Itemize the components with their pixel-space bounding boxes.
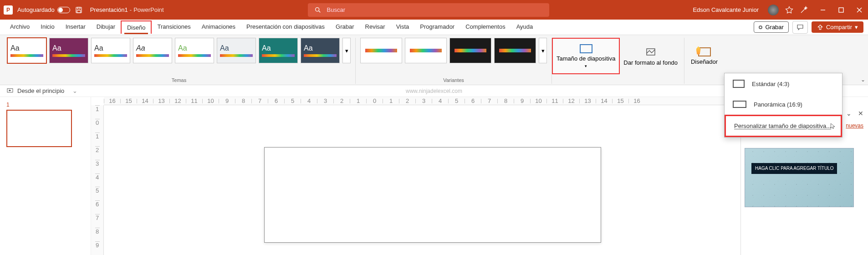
slide-size-button[interactable]: Tamaño de diapositiva ▾ (552, 38, 620, 74)
user-name[interactable]: Edson Cavalcante Junior (693, 6, 759, 13)
svg-rect-1 (77, 7, 80, 9)
record-label: Grabar (765, 24, 783, 31)
doc-name: Presentación1 (90, 6, 128, 13)
svg-line-4 (319, 11, 320, 12)
tab-animaciones[interactable]: Animaciones (196, 20, 241, 34)
slide-size-custom[interactable]: Personalizar tamaño de diapositiva... (725, 115, 842, 137)
variant-2[interactable] (405, 38, 447, 63)
title-right: Edson Cavalcante Junior (693, 5, 864, 15)
tab-archivo[interactable]: Archivo (5, 20, 35, 34)
present-icon[interactable] (6, 87, 14, 95)
tab-diseño[interactable]: Diseño (121, 20, 152, 34)
autosave-label: Autoguardado (17, 6, 55, 13)
maximize-button[interactable] (836, 7, 846, 13)
avatar[interactable] (768, 5, 779, 15)
variants-more-button[interactable]: ▾ (539, 38, 547, 63)
tab-grabar[interactable]: Grabar (330, 20, 359, 34)
chevron-down-icon[interactable]: ⌄ (72, 87, 77, 94)
slide-size-standard[interactable]: Estándar (4:3) (725, 73, 842, 94)
tab-insertar[interactable]: Insertar (60, 20, 91, 34)
title-bar: P Autoguardado Presentación1 - PowerPoin… (0, 0, 868, 20)
variant-4[interactable] (494, 38, 536, 63)
collapse-ribbon-button[interactable]: ⌄ (861, 76, 865, 83)
slide-thumbnail-1[interactable] (6, 110, 72, 147)
slide-size-label: Tamaño de diapositiva (557, 55, 615, 62)
search-input[interactable] (327, 6, 543, 13)
themes-group: Aa Aa Aa Aa Aa Aa Aa Aa ▾ Temas (5, 38, 356, 84)
themes-more-button[interactable]: ▾ (342, 38, 351, 63)
theme-thumb-4[interactable]: Aa (133, 38, 172, 63)
variant-3[interactable] (449, 38, 491, 63)
app-icon: P (4, 5, 13, 15)
slide-size-dropdown: Estándar (4:3) Panorámica (16:9) Persona… (724, 73, 842, 138)
tab-ayuda[interactable]: Ayuda (511, 20, 539, 34)
save-button[interactable] (75, 6, 83, 14)
autosave-toggle[interactable]: Autoguardado (17, 6, 70, 13)
svg-rect-2 (77, 10, 81, 12)
theme-thumb-7[interactable]: Aa (259, 38, 298, 63)
designer-button[interactable]: Diseñador (687, 38, 721, 74)
tab-dibujar[interactable]: Dibujar (91, 20, 121, 34)
designer-label: Diseñador (691, 58, 718, 65)
share-label: Compartir (826, 24, 852, 31)
slide-size-widescreen[interactable]: Panorámica (16:9) (725, 94, 842, 114)
tab-complementos[interactable]: Complementos (460, 20, 511, 34)
ratio-4-3-icon (733, 80, 745, 88)
format-bg-icon (645, 46, 656, 57)
pane-close-button[interactable]: ✕ (858, 110, 863, 117)
custom-size-label: Personalizar tamaño de diapositiva... (734, 122, 831, 129)
slide-number: 1 (6, 102, 84, 108)
chevron-down-icon: ▾ (585, 64, 587, 68)
svg-rect-6 (839, 8, 843, 12)
designer-new-link[interactable]: nuevas (846, 122, 863, 129)
title-left: P Autoguardado Presentación1 - PowerPoin… (4, 5, 164, 15)
ruler-vertical: 10123456789 (91, 105, 104, 255)
premium-icon[interactable] (785, 6, 793, 14)
record-button[interactable]: Grabar (754, 21, 788, 33)
share-icon (817, 24, 823, 31)
theme-thumb-6[interactable]: Aa (217, 38, 256, 63)
svg-point-3 (315, 7, 319, 11)
theme-thumb-2[interactable]: Aa (49, 38, 88, 63)
record-icon (759, 26, 762, 29)
pane-collapse-button[interactable]: ⌄ (846, 110, 852, 117)
share-button[interactable]: Compartir ▾ (812, 21, 863, 33)
ribbon-right: Grabar Compartir ▾ (754, 21, 863, 34)
wand-icon[interactable] (800, 6, 808, 14)
cursor-icon (830, 123, 836, 129)
theme-thumb-5[interactable]: Aa (175, 38, 214, 63)
app-name: PowerPoint (133, 6, 163, 13)
theme-thumb-3[interactable]: Aa (91, 38, 130, 63)
themes-gallery: Aa Aa Aa Aa Aa Aa Aa Aa ▾ (7, 38, 351, 63)
close-button[interactable] (854, 7, 864, 13)
format-background-button[interactable]: Dar formato al fondo (620, 38, 681, 74)
window-controls (818, 7, 864, 13)
variant-1[interactable] (360, 38, 402, 63)
variants-label: Variantes (443, 77, 464, 84)
minimize-button[interactable] (818, 7, 828, 13)
chevron-down-icon: ▾ (855, 24, 858, 31)
toggle-switch[interactable] (57, 7, 70, 13)
standard-label: Estándar (4:3) (752, 81, 789, 87)
from-beginning-label[interactable]: Desde el principio (17, 87, 64, 94)
theme-thumb-1[interactable]: Aa (7, 38, 46, 63)
designer-icon (698, 47, 711, 56)
comments-button[interactable] (792, 21, 808, 34)
format-bg-label: Dar formato al fondo (623, 59, 678, 66)
theme-thumb-8[interactable]: Aa (301, 38, 340, 63)
search-box[interactable] (308, 3, 549, 17)
tab-transiciones[interactable]: Transiciones (152, 20, 196, 34)
design-suggestion-1[interactable]: HAGA CLIC PARA AGREGAR TÍTULO (745, 148, 854, 207)
tab-presentación-con-diapositivas[interactable]: Presentación con diapositivas (241, 20, 330, 34)
tab-inicio[interactable]: Inicio (35, 20, 60, 34)
tab-programador[interactable]: Programador (414, 20, 460, 34)
document-title[interactable]: Presentación1 - PowerPoint (90, 6, 164, 13)
themes-label: Temas (172, 77, 186, 84)
widescreen-label: Panorámica (16:9) (754, 101, 802, 108)
variants-gallery: ▾ (360, 38, 547, 63)
comment-icon (796, 23, 804, 31)
slide-canvas[interactable] (264, 147, 601, 243)
tab-revisar[interactable]: Revisar (360, 20, 391, 34)
slide-size-icon (580, 44, 592, 53)
tab-vista[interactable]: Vista (391, 20, 415, 34)
